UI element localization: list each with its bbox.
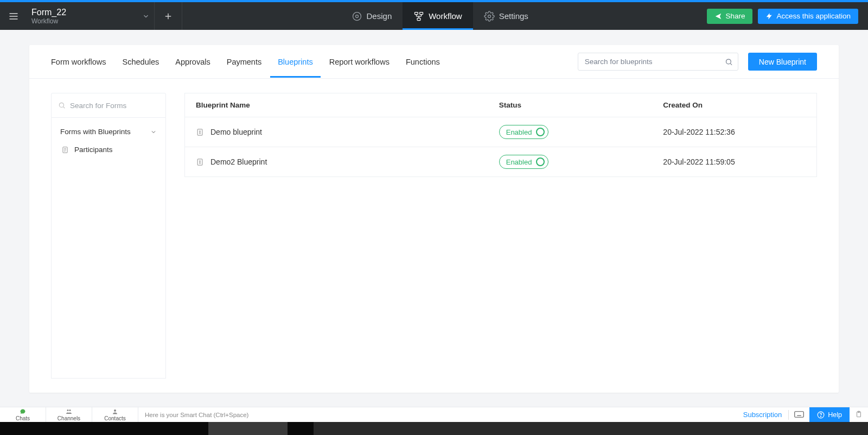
forms-search [51, 93, 166, 118]
bb-channels[interactable]: Channels [46, 407, 92, 422]
contacts-icon [112, 408, 118, 415]
help-icon [817, 411, 825, 419]
share-icon [714, 12, 722, 20]
chevron-down-icon [150, 129, 157, 135]
tab-blueprints[interactable]: Blueprints [278, 47, 312, 77]
clipboard-icon [855, 411, 863, 418]
clipboard-button[interactable] [850, 411, 868, 419]
tab-payments[interactable]: Payments [227, 47, 261, 77]
nav-design-label: Design [367, 11, 392, 21]
status-label: Enabled [506, 158, 532, 166]
workflow-icon [413, 11, 424, 22]
blueprint-table-container: Blueprint Name Status Created On Demo bl… [184, 93, 817, 379]
svg-line-18 [63, 107, 65, 109]
tab-schedules[interactable]: Schedules [123, 47, 159, 77]
sidebar-item-participants[interactable]: Participants [52, 141, 165, 158]
keyboard-button[interactable] [789, 411, 809, 419]
svg-point-33 [114, 409, 116, 412]
access-label: Access this application [776, 12, 851, 20]
chat-icon [20, 408, 26, 415]
share-label: Share [725, 12, 745, 20]
keyboard-icon [794, 411, 804, 418]
svg-rect-8 [420, 12, 423, 14]
status-toggle[interactable]: Enabled [499, 155, 549, 169]
form-subtitle: Workflow [31, 17, 66, 25]
blueprint-icon [196, 128, 204, 137]
search-icon [725, 58, 733, 66]
forms-search-input[interactable] [52, 93, 165, 117]
tab-form-workflows[interactable]: Form workflows [51, 47, 106, 77]
svg-rect-9 [417, 18, 420, 20]
blueprint-table: Blueprint Name Status Created On Demo bl… [184, 93, 817, 177]
table-row[interactable]: Demo2 Blueprint Enabled 20-Jul-2022 11:5… [185, 147, 816, 176]
chevron-down-icon [142, 12, 150, 20]
hamburger-icon [8, 11, 19, 22]
help-button[interactable]: Help [809, 407, 850, 422]
table-row[interactable]: Demo blueprint Enabled 20-Jul-2022 11:52… [185, 117, 816, 147]
new-blueprint-button[interactable]: New Blueprint [748, 53, 817, 71]
row-created: 20-Jul-2022 11:52:36 [652, 117, 816, 147]
toggle-dot-icon [536, 157, 545, 166]
tab-functions[interactable]: Functions [406, 47, 440, 77]
svg-point-17 [59, 103, 63, 107]
svg-line-16 [730, 63, 732, 65]
blueprint-icon [196, 157, 204, 167]
svg-point-28 [200, 160, 201, 161]
nav-workflow[interactable]: Workflow [403, 2, 473, 30]
svg-point-41 [821, 416, 821, 417]
hamburger-menu[interactable] [0, 2, 27, 30]
header-nav: Design Workflow Settings [182, 2, 697, 30]
design-icon [352, 11, 362, 22]
os-taskbar [0, 422, 868, 435]
svg-point-31 [67, 409, 69, 411]
bb-channels-label: Channels [58, 415, 80, 421]
svg-rect-34 [795, 411, 804, 417]
forms-group-header[interactable]: Forms with Blueprints [52, 118, 165, 141]
svg-point-29 [200, 162, 201, 163]
svg-point-14 [488, 15, 490, 17]
add-form-button[interactable] [155, 2, 182, 30]
blueprint-search-input[interactable] [578, 53, 738, 71]
nav-settings[interactable]: Settings [473, 2, 539, 30]
channels-icon [66, 408, 72, 415]
access-app-button[interactable]: Access this application [758, 9, 858, 24]
status-toggle[interactable]: Enabled [499, 125, 549, 139]
search-icon [58, 102, 66, 109]
sidebar-item-label: Participants [74, 146, 113, 154]
header-actions: Share Access this application [697, 2, 868, 30]
smart-chat-hint: Here is your Smart Chat (Ctrl+Space) [138, 412, 255, 418]
bolt-icon [765, 12, 773, 20]
bb-contacts-label: Contacts [104, 415, 125, 421]
form-selector[interactable]: Form_22 Workflow [27, 2, 154, 30]
th-created: Created On [652, 93, 816, 117]
svg-point-25 [200, 133, 201, 134]
svg-rect-7 [415, 12, 418, 14]
tab-report-workflows[interactable]: Report workflows [329, 47, 390, 77]
settings-icon [484, 11, 495, 22]
bb-chats[interactable]: Chats [0, 407, 46, 422]
bb-chats-label: Chats [16, 415, 30, 421]
tab-approvals[interactable]: Approvals [175, 47, 210, 77]
row-created: 20-Jul-2022 11:59:05 [652, 147, 816, 176]
plus-icon [163, 11, 173, 21]
forms-group-label: Forms with Blueprints [60, 128, 131, 136]
file-icon [61, 146, 69, 154]
main-area: Form workflows Schedules Approvals Payme… [0, 30, 868, 407]
svg-point-5 [353, 12, 361, 20]
nav-workflow-label: Workflow [429, 11, 462, 21]
row-name: Demo2 Blueprint [210, 157, 267, 166]
forms-panel: Forms with Blueprints Participants [51, 118, 166, 379]
bb-contacts[interactable]: Contacts [92, 407, 138, 422]
content-row: Forms with Blueprints Participants Bluep… [29, 79, 839, 393]
svg-point-32 [69, 409, 71, 411]
share-button[interactable]: Share [707, 9, 752, 24]
toggle-dot-icon [536, 128, 545, 136]
subscription-link[interactable]: Subscription [737, 411, 789, 419]
form-title: Form_22 [31, 7, 66, 17]
app-header: Form_22 Workflow Design Workflow Setting… [0, 2, 868, 30]
workflow-tabs: Form workflows Schedules Approvals Payme… [29, 45, 839, 79]
help-label: Help [828, 411, 842, 419]
content-card: Form workflows Schedules Approvals Payme… [29, 45, 839, 393]
nav-design[interactable]: Design [341, 2, 403, 30]
forms-sidebar: Forms with Blueprints Participants [51, 93, 166, 379]
